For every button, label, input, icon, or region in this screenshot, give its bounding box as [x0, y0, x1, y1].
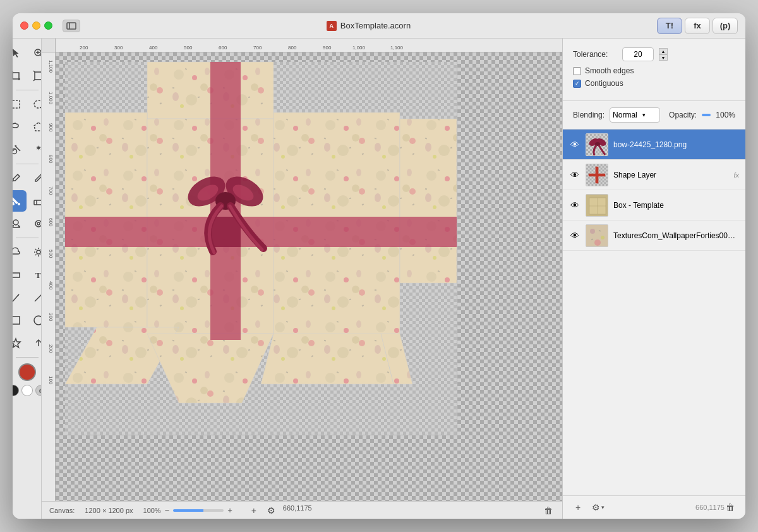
- svg-marker-13: [34, 123, 42, 131]
- layer-thumb-bow: [586, 133, 608, 156]
- black-color[interactable]: [13, 385, 19, 396]
- shape-rect-tool[interactable]: [13, 310, 27, 331]
- pen-tool[interactable]: [13, 287, 27, 308]
- layer-thumb-box: [586, 194, 608, 217]
- layer-item-bow[interactable]: 👁: [563, 130, 745, 160]
- opacity-label: Opacity:: [669, 111, 697, 119]
- layer-item-shape[interactable]: 👁: [563, 160, 745, 190]
- add-layer-button[interactable]: +: [248, 504, 260, 517]
- spinner-up[interactable]: ▲: [659, 48, 668, 54]
- dodge-tool[interactable]: [28, 213, 42, 234]
- text-tool[interactable]: T: [28, 264, 42, 286]
- svg-point-19: [13, 220, 18, 225]
- layer-settings-button[interactable]: ⚙▾: [591, 500, 606, 515]
- statusbar-actions: + ⚙ 660,1175: [248, 504, 312, 517]
- star-tool[interactable]: [13, 332, 27, 354]
- delete-button[interactable]: 🗑: [542, 504, 555, 517]
- layer-eye-texture[interactable]: 👁: [569, 230, 581, 241]
- line-tool[interactable]: [28, 287, 42, 308]
- polygon-select-tool[interactable]: [28, 116, 42, 138]
- svg-line-15: [13, 181, 13, 182]
- text-tool-button[interactable]: T!: [657, 18, 682, 34]
- layer-item-texture[interactable]: 👁 TexturesCom_WallpaperForties0022_s...: [563, 221, 745, 251]
- svg-rect-17: [34, 200, 42, 205]
- svg-point-16: [18, 203, 20, 205]
- ellipse-select-tool[interactable]: [28, 94, 42, 115]
- statusbar-zoom: 100% − +: [143, 505, 232, 515]
- layer-name-bow: bow-24425_1280.png: [613, 140, 739, 149]
- canvas-content: [65, 62, 457, 437]
- layer-eye-box[interactable]: 👁: [569, 200, 581, 211]
- smooth-edges-checkbox[interactable]: [573, 67, 581, 75]
- right-panel: Tolerance: ▲ ▼ Smooth edges Contiguous: [562, 39, 745, 519]
- add-layer-button[interactable]: +: [570, 500, 586, 515]
- cloud-tool[interactable]: [13, 241, 27, 263]
- zoom-tool[interactable]: [28, 42, 42, 64]
- main-content: T: [13, 39, 745, 519]
- rect-select-tool[interactable]: [13, 94, 27, 115]
- blending-label: Blending:: [573, 111, 605, 119]
- delete-layer-button[interactable]: 🗑: [723, 500, 738, 515]
- coords-display: 660,1175: [702, 500, 718, 515]
- svg-rect-34: [13, 317, 20, 324]
- svg-rect-66: [210, 217, 241, 247]
- pencil-tool[interactable]: [28, 167, 42, 189]
- settings-gear-button[interactable]: ⚙: [265, 504, 278, 517]
- layer-name-texture: TexturesCom_WallpaperForties0022_s...: [613, 231, 739, 240]
- foreground-color[interactable]: [18, 363, 36, 381]
- contiguous-checkbox[interactable]: [573, 80, 581, 88]
- opacity-slider[interactable]: [702, 114, 711, 116]
- layer-thumb-texture: [586, 224, 608, 247]
- eyedropper-tool[interactable]: [13, 167, 27, 189]
- layer-actions: + ⚙▾ 660,1175 🗑: [563, 495, 745, 519]
- canvas-label: Canvas:: [49, 507, 75, 514]
- magic-wand-tool[interactable]: [13, 139, 27, 160]
- layer-item-box[interactable]: 👁 Box - Template: [563, 190, 745, 221]
- blending-row: Blending: Normal ▾ Opacity: 100%: [563, 101, 745, 130]
- lasso-tool[interactable]: [13, 116, 27, 138]
- layers-panel: 👁: [563, 130, 745, 495]
- box-template-svg: [65, 62, 457, 435]
- layer-eye-shape[interactable]: 👁: [569, 169, 581, 181]
- eraser-tool[interactable]: [28, 190, 42, 212]
- svg-point-22: [37, 250, 40, 254]
- svg-point-91: [601, 236, 605, 239]
- close-button[interactable]: [20, 21, 28, 30]
- layer-eye-bow[interactable]: 👁: [569, 139, 581, 150]
- shape-ellipse-tool[interactable]: [28, 310, 42, 331]
- zoom-out-icon[interactable]: −: [165, 505, 170, 515]
- tolerance-input[interactable]: [622, 47, 654, 61]
- maximize-button[interactable]: [44, 21, 52, 30]
- svg-rect-59: [400, 119, 457, 283]
- select-tool[interactable]: [13, 42, 27, 64]
- rect-shape-tool[interactable]: [13, 264, 27, 286]
- title-filename: A BoxTemplate.acorn: [85, 21, 652, 31]
- canvas-size: 1200 × 1200 px: [85, 507, 133, 514]
- sidebar-toggle-button[interactable]: [63, 20, 80, 32]
- svg-marker-36: [13, 339, 20, 348]
- contiguous-row: Contiguous: [573, 79, 735, 88]
- white-color[interactable]: [21, 385, 33, 396]
- zoom-tool-small[interactable]: ⊕: [35, 385, 42, 396]
- file-icon: A: [327, 21, 337, 31]
- svg-text:T: T: [35, 270, 41, 280]
- arrow-tool[interactable]: [28, 332, 42, 354]
- tolerance-label: Tolerance:: [573, 50, 617, 59]
- spinner-down[interactable]: ▼: [659, 54, 668, 61]
- p-tool-button[interactable]: (p): [713, 18, 738, 34]
- svg-point-12: [34, 100, 42, 108]
- opacity-value: 100%: [716, 111, 735, 119]
- zoom-slider[interactable]: [173, 509, 224, 512]
- paint-bucket-tool[interactable]: [13, 190, 27, 212]
- minimize-button[interactable]: [32, 21, 40, 30]
- sun-tool[interactable]: [28, 241, 42, 263]
- fx-tool-button[interactable]: fx: [685, 18, 710, 34]
- crop-tool[interactable]: [13, 65, 27, 87]
- magic-select-tool[interactable]: [28, 139, 42, 160]
- horizontal-ruler: 200 300 400 500 600 700 800 900 1,000 1,…: [56, 39, 562, 52]
- canvas-viewport[interactable]: [56, 52, 562, 501]
- blending-mode-select[interactable]: Normal ▾: [610, 107, 660, 123]
- zoom-in-icon[interactable]: +: [227, 505, 232, 515]
- transform-tool[interactable]: [28, 65, 42, 87]
- stamp-tool[interactable]: [13, 213, 27, 234]
